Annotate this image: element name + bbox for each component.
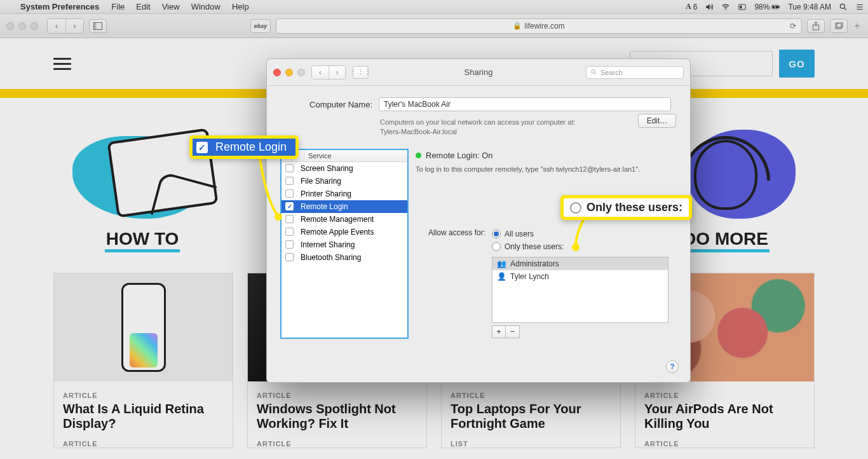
reload-icon[interactable]: ⟳	[790, 22, 796, 31]
status-dot-icon	[416, 153, 421, 158]
radio-only-users[interactable]: Only these users:	[492, 240, 668, 253]
user-row[interactable]: 👥Administrators	[492, 257, 668, 270]
service-checkbox[interactable]	[285, 215, 294, 223]
zoom-window-icon[interactable]	[31, 22, 38, 30]
volume-icon[interactable]	[701, 3, 717, 11]
zoom-icon	[297, 69, 305, 76]
menu-help[interactable]: Help	[226, 2, 255, 11]
adobe-status-icon[interactable]: A6	[682, 2, 701, 11]
svg-rect-2	[740, 5, 742, 8]
app-name[interactable]: System Preferences	[14, 2, 105, 11]
hero-domore[interactable]: DO MORE	[682, 229, 770, 252]
minimize-window-icon[interactable]	[18, 22, 26, 30]
svg-point-12	[592, 70, 595, 74]
pref-back-button[interactable]: ‹	[312, 66, 329, 79]
search-icon	[590, 69, 597, 76]
service-checkbox[interactable]	[285, 164, 294, 172]
menu-window[interactable]: Window	[186, 2, 226, 11]
edit-hostname-button[interactable]: Edit…	[638, 114, 676, 128]
nav-segment: ‹ ›	[311, 65, 346, 79]
callout-only-users: Only these users:	[560, 195, 692, 220]
url-host: lifewire.com	[524, 22, 564, 31]
service-checkbox[interactable]	[285, 189, 294, 198]
svg-rect-8	[94, 22, 97, 29]
pref-forward-button[interactable]: ›	[329, 66, 345, 79]
checkbox-icon: ✓	[196, 142, 208, 153]
service-checkbox[interactable]	[285, 240, 294, 249]
service-row[interactable]: Remote Apple Events	[281, 226, 407, 238]
spotlight-icon[interactable]	[835, 3, 851, 11]
radio-icon	[570, 202, 581, 214]
svg-rect-1	[739, 4, 746, 9]
service-name: Bluetooth Sharing	[301, 253, 361, 262]
service-name: Remote Apple Events	[301, 228, 374, 236]
svg-rect-4	[779, 6, 780, 8]
access-label: Allow access for:	[416, 228, 485, 338]
close-icon[interactable]	[273, 69, 281, 76]
user-row[interactable]: 👤Tyler Lynch	[492, 270, 668, 283]
computer-name-input[interactable]: Tyler's MacBook Air	[379, 97, 671, 111]
service-checkbox[interactable]	[285, 228, 294, 236]
search-go-button[interactable]: GO	[779, 50, 815, 78]
show-all-button[interactable]: ⋮⋮⋮	[352, 66, 369, 79]
services-table: On Service Screen SharingFile SharingPri…	[281, 149, 408, 338]
clock[interactable]: Tue 9:48 AM	[784, 3, 835, 11]
computer-name-label: Computer Name:	[297, 100, 372, 109]
minimize-icon[interactable]	[285, 69, 293, 76]
new-tab-button[interactable]: +	[853, 20, 862, 32]
service-checkbox[interactable]	[285, 202, 294, 210]
service-row[interactable]: Remote Login	[281, 200, 407, 213]
pref-search-input[interactable]: Search	[586, 66, 684, 79]
share-button[interactable]	[807, 19, 825, 33]
battery-status[interactable]: 98%	[750, 3, 784, 11]
service-row[interactable]: Remote Management	[281, 213, 407, 226]
back-button[interactable]: ‹	[48, 19, 65, 33]
users-list[interactable]: 👥Administrators👤Tyler Lynch	[492, 257, 668, 323]
remove-user-button[interactable]: −	[506, 325, 520, 338]
user-name: Tyler Lynch	[510, 272, 549, 281]
help-button[interactable]: ?	[666, 360, 679, 373]
control-center-icon[interactable]	[734, 3, 750, 11]
forward-button[interactable]: ›	[65, 19, 83, 33]
user-name: Administrators	[510, 259, 559, 268]
window-traffic-lights	[6, 22, 42, 30]
tabs-overview-button[interactable]	[830, 19, 848, 33]
service-row[interactable]: File Sharing	[281, 175, 407, 188]
menu-view[interactable]: View	[156, 2, 186, 11]
article-card[interactable]: ARTICLEWhat Is A Liquid Retina Display?A…	[53, 273, 233, 448]
wifi-icon[interactable]	[717, 3, 734, 11]
service-name: Screen Sharing	[301, 164, 353, 173]
service-row[interactable]: Screen Sharing	[281, 162, 407, 175]
svg-rect-10	[836, 24, 841, 29]
close-window-icon[interactable]	[6, 22, 14, 30]
safari-toolbar: ‹ › ebay 🔒 lifewire.com ⟳ +	[0, 14, 868, 38]
address-bar[interactable]: 🔒 lifewire.com ⟳	[276, 18, 802, 34]
add-user-button[interactable]: +	[492, 325, 506, 338]
sidebar-toggle-button[interactable]	[89, 19, 107, 33]
callout-remote-login: ✓ Remote Login	[189, 135, 299, 159]
service-name: Remote Management	[301, 215, 374, 224]
menu-list-icon[interactable]	[851, 3, 868, 11]
col-service: Service	[304, 150, 407, 161]
service-name: Remote Login	[301, 202, 348, 211]
network-hint: Computers on your local network can acce…	[380, 118, 632, 137]
service-name: File Sharing	[301, 177, 341, 186]
macos-menubar: System Preferences File Edit View Window…	[0, 0, 868, 14]
service-row[interactable]: Bluetooth Sharing	[281, 251, 407, 264]
group-icon: 👥	[497, 259, 506, 268]
hero-howto[interactable]: HOW TO	[105, 229, 180, 252]
site-menu-button[interactable]	[53, 55, 71, 73]
pref-toolbar: ‹ › ⋮⋮⋮ Sharing Search	[267, 59, 690, 86]
menu-edit[interactable]: Edit	[130, 2, 156, 11]
service-checkbox[interactable]	[285, 253, 294, 261]
service-checkbox[interactable]	[285, 177, 294, 185]
svg-rect-11	[837, 22, 843, 27]
radio-all-users[interactable]: All users	[492, 228, 668, 240]
service-row[interactable]: Printer Sharing	[281, 188, 407, 200]
favorite-ebay[interactable]: ebay	[250, 19, 271, 33]
ssh-hint: To log in to this computer remotely, typ…	[416, 165, 676, 173]
service-name: Printer Sharing	[301, 189, 351, 198]
nav-back-forward: ‹ ›	[47, 18, 84, 34]
menu-file[interactable]: File	[105, 2, 130, 11]
service-row[interactable]: Internet Sharing	[281, 238, 407, 251]
